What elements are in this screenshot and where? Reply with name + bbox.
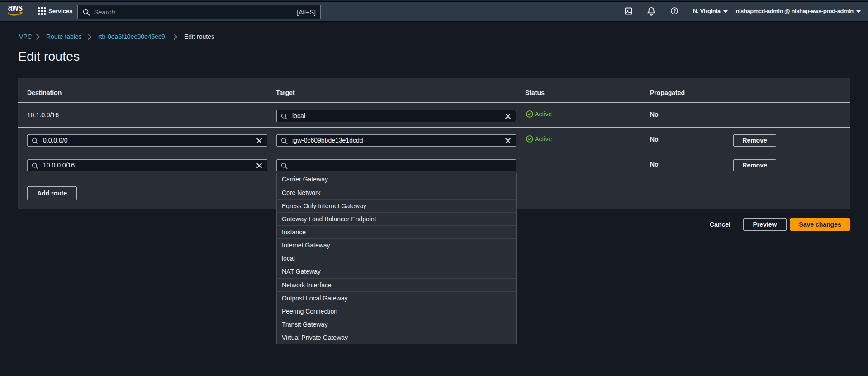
svg-text:?: ?: [673, 8, 676, 14]
